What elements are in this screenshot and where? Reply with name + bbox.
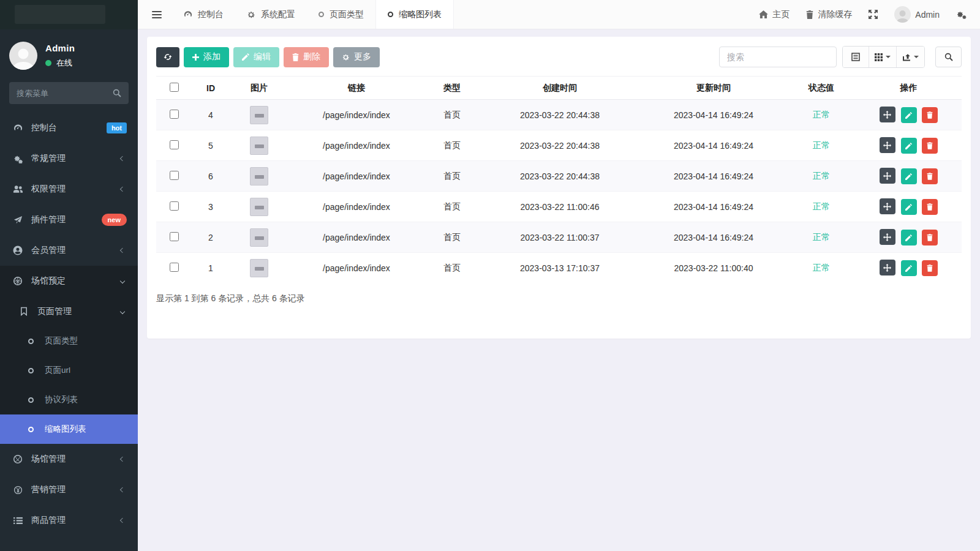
column-header-status[interactable]: 状态值 bbox=[787, 77, 856, 100]
status-badge[interactable]: 正常 bbox=[813, 263, 830, 272]
cell-type: 首页 bbox=[424, 222, 480, 253]
search-icon[interactable] bbox=[113, 89, 121, 97]
drag-sort-button[interactable] bbox=[880, 260, 895, 276]
edit-button[interactable]: 编辑 bbox=[233, 47, 279, 67]
status-badge[interactable]: 正常 bbox=[813, 171, 830, 181]
row-delete-button[interactable] bbox=[922, 107, 938, 123]
row-checkbox[interactable] bbox=[170, 110, 179, 119]
advanced-search-button[interactable] bbox=[935, 47, 962, 67]
row-edit-button[interactable] bbox=[901, 107, 917, 123]
circle-o-icon bbox=[25, 427, 36, 432]
drag-sort-button[interactable] bbox=[880, 137, 895, 153]
status-badge[interactable]: 正常 bbox=[813, 140, 830, 150]
status-badge[interactable]: 正常 bbox=[813, 201, 830, 211]
column-header-link[interactable]: 链接 bbox=[288, 77, 424, 100]
thumbnail-image[interactable] bbox=[250, 198, 268, 216]
row-delete-button[interactable] bbox=[922, 260, 938, 276]
clear-cache-button[interactable]: 清除缓存 bbox=[806, 9, 852, 20]
fullscreen-button[interactable] bbox=[869, 10, 878, 19]
more-button[interactable]: 更多 bbox=[333, 47, 380, 67]
settings-gears-icon[interactable] bbox=[956, 10, 967, 19]
column-header-updated[interactable]: 更新时间 bbox=[640, 77, 787, 100]
table-row[interactable]: 5 /page/index/index 首页 2023-03-22 20:44:… bbox=[156, 130, 962, 161]
columns-button[interactable] bbox=[869, 47, 897, 67]
row-delete-button[interactable] bbox=[922, 230, 938, 246]
row-checkbox[interactable] bbox=[170, 201, 179, 211]
column-header-id[interactable]: ID bbox=[192, 77, 230, 100]
menu-toggle-icon[interactable] bbox=[138, 0, 172, 29]
sidebar-item-thumbnail-list[interactable]: 缩略图列表 bbox=[0, 414, 138, 444]
sidebar-item-venue-booking[interactable]: 场馆预定 bbox=[0, 266, 138, 296]
brand-logo-box bbox=[15, 5, 105, 24]
sidebar-item-page-management[interactable]: 页面管理 bbox=[0, 296, 138, 326]
tab-thumbnail-list[interactable]: 缩略图列表 bbox=[375, 0, 454, 29]
column-header-created[interactable]: 创建时间 bbox=[480, 77, 640, 100]
row-edit-button[interactable] bbox=[901, 168, 917, 184]
table-search-input[interactable] bbox=[719, 47, 837, 67]
sidebar-item-protocol-list[interactable]: 协议列表 bbox=[0, 385, 138, 414]
table-row[interactable]: 3 /page/index/index 首页 2023-03-22 11:00:… bbox=[156, 192, 962, 222]
table-row[interactable]: 1 /page/index/index 首页 2023-03-13 17:10:… bbox=[156, 253, 962, 283]
sidebar-item-marketing[interactable]: 营销管理 bbox=[0, 474, 138, 505]
cell-created: 2023-03-22 11:00:46 bbox=[480, 192, 640, 222]
edit-label: 编辑 bbox=[254, 51, 271, 62]
thumbnail-image[interactable] bbox=[250, 106, 268, 124]
drag-sort-button[interactable] bbox=[880, 107, 895, 122]
row-checkbox[interactable] bbox=[170, 263, 179, 272]
thumbnail-image[interactable] bbox=[250, 137, 268, 155]
row-edit-button[interactable] bbox=[901, 260, 917, 276]
column-header-type[interactable]: 类型 bbox=[424, 77, 480, 100]
sidebar-item-dashboard[interactable]: 控制台 hot bbox=[0, 113, 138, 143]
detail-view-button[interactable] bbox=[843, 47, 869, 67]
status-badge[interactable]: 正常 bbox=[813, 232, 830, 242]
sidebar-item-page-url[interactable]: 页面url bbox=[0, 356, 138, 385]
thumbnail-image[interactable] bbox=[250, 228, 268, 247]
table-row[interactable]: 4 /page/index/index 首页 2023-03-22 20:44:… bbox=[156, 100, 962, 130]
row-edit-button[interactable] bbox=[901, 199, 917, 215]
row-edit-button[interactable] bbox=[901, 230, 917, 246]
row-edit-button[interactable] bbox=[901, 138, 917, 154]
sidebar-item-general[interactable]: 常规管理 bbox=[0, 143, 138, 174]
tab-page-types[interactable]: 页面类型 bbox=[307, 0, 375, 29]
status-badge[interactable]: 正常 bbox=[813, 110, 830, 119]
row-delete-button[interactable] bbox=[922, 168, 938, 184]
row-checkbox[interactable] bbox=[170, 140, 179, 149]
drag-sort-button[interactable] bbox=[880, 198, 895, 214]
sidebar-item-plugins[interactable]: 插件管理 new bbox=[0, 204, 138, 235]
cell-type: 首页 bbox=[424, 161, 480, 192]
cell-created: 2023-03-13 17:10:37 bbox=[480, 253, 640, 283]
user-menu[interactable]: Admin bbox=[894, 6, 940, 23]
cell-created: 2023-03-22 20:44:38 bbox=[480, 100, 640, 130]
column-header-image[interactable]: 图片 bbox=[230, 77, 288, 100]
tab-dashboard[interactable]: 控制台 bbox=[172, 0, 235, 29]
sidebar-item-members[interactable]: 会员管理 bbox=[0, 235, 138, 266]
thumbnail-image[interactable] bbox=[250, 167, 268, 186]
table-row[interactable]: 2 /page/index/index 首页 2023-03-22 11:00:… bbox=[156, 222, 962, 253]
row-delete-button[interactable] bbox=[922, 199, 938, 215]
add-button[interactable]: 添加 bbox=[184, 47, 229, 67]
export-button[interactable] bbox=[897, 47, 924, 67]
drag-sort-button[interactable] bbox=[880, 168, 895, 184]
sidebar-item-page-types[interactable]: 页面类型 bbox=[0, 326, 138, 356]
sidebar-item-products[interactable]: 商品管理 bbox=[0, 505, 138, 536]
sidebar-item-venue-management[interactable]: 场馆管理 bbox=[0, 444, 138, 474]
delete-button[interactable]: 删除 bbox=[284, 47, 329, 67]
row-delete-button[interactable] bbox=[922, 138, 938, 154]
row-checkbox[interactable] bbox=[170, 171, 179, 180]
view-button-group bbox=[842, 46, 925, 68]
record-summary: 显示第 1 到第 6 条记录，总共 6 条记录 bbox=[156, 293, 962, 304]
drag-sort-button[interactable] bbox=[880, 229, 895, 245]
chevron-left-icon bbox=[120, 187, 125, 192]
sidebar-item-permissions[interactable]: 权限管理 bbox=[0, 174, 138, 204]
refresh-button[interactable] bbox=[156, 47, 179, 67]
thumbnail-image[interactable] bbox=[250, 259, 268, 277]
select-all-checkbox[interactable] bbox=[170, 83, 179, 92]
avatar[interactable] bbox=[9, 42, 37, 70]
user-status-label: 在线 bbox=[56, 58, 72, 69]
table-row[interactable]: 6 /page/index/index 首页 2023-03-22 20:44:… bbox=[156, 161, 962, 192]
menu-search-input[interactable] bbox=[17, 89, 108, 98]
basketball-icon bbox=[12, 276, 23, 286]
tab-system-config[interactable]: 系统配置 bbox=[235, 0, 307, 29]
row-checkbox[interactable] bbox=[170, 232, 179, 241]
home-link[interactable]: 主页 bbox=[759, 9, 790, 20]
